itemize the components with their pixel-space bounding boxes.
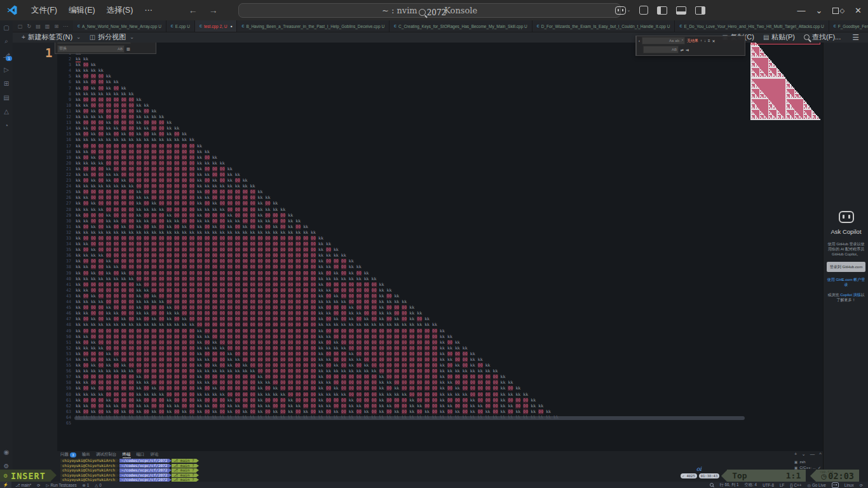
preserve-case-icon[interactable]: AB	[672, 48, 677, 51]
minimap[interactable]	[750, 37, 820, 120]
panel-tab-端口[interactable]: 端口	[137, 452, 145, 458]
preserve-case-icon[interactable]: AB	[118, 47, 123, 51]
tab-A_New_World_Now_Me_New_Array.cpp[interactable]: CA_New_World_Now_Me_New_Array.cpp U	[73, 20, 166, 32]
status-right-5[interactable]: {}C++	[790, 483, 801, 487]
paste-button[interactable]: ▤ 粘贴(P)	[763, 32, 795, 42]
walkthrough-link[interactable]: Copilot 演练	[840, 293, 860, 297]
ghe-signin-link[interactable]: 使用 GHE.com 帐户登录	[826, 277, 866, 287]
window-close-button[interactable]: ✕	[855, 6, 862, 15]
tab-strip-icon-5[interactable]: ⋯	[63, 24, 68, 29]
explorer-icon[interactable]: ▢	[0, 20, 13, 34]
tab-F_Goodbye_Fervier_Life.cpp[interactable]: CF_Goodbye_Fervier_Life.cpp U	[829, 20, 868, 32]
panel-tab-评论[interactable]: 评论	[151, 452, 159, 458]
account-icon[interactable]: ◉	[0, 445, 13, 459]
tab-label: F_Goodbye_Fervier_Life.cpp U	[838, 24, 868, 29]
toggle-panel-icon[interactable]	[676, 6, 686, 15]
terminal-output[interactable]: chiyoyuki@ChiyoYukiArch~/codes/xcpc/cf/2…	[60, 459, 199, 483]
status-right-1[interactable]: 行 66, 列 1	[719, 482, 738, 488]
tab-strip-icon-0[interactable]: ▢	[18, 24, 23, 29]
line-number: 25	[57, 189, 71, 195]
window-minimize-button[interactable]: —	[797, 6, 805, 15]
toggle-secondary-sidebar-icon[interactable]	[695, 6, 705, 15]
status-left-3[interactable]: ⊗1	[83, 483, 90, 487]
find-close-icon[interactable]: ✕	[712, 39, 715, 43]
panel-tab-问题[interactable]: 问题3	[60, 452, 76, 458]
replace-one-icon[interactable]: ⇄	[681, 48, 684, 52]
tab-C_Creating_Keys_for_StORages_Has_Become_My_Main_Skill.cpp[interactable]: CC_Creating_Keys_for_StORages_Has_Become…	[390, 20, 532, 32]
replace-input[interactable]: AB	[643, 46, 679, 53]
find-next-icon[interactable]: ↓	[704, 39, 706, 43]
tab-strip-icon-4[interactable]: ⊞	[54, 24, 58, 29]
line-number: 41	[57, 282, 71, 288]
panel-tab-调试控制台[interactable]: 调试控制台	[96, 452, 117, 458]
find-input[interactable]: Aa ab .*	[642, 37, 685, 44]
github-signin-button[interactable]: 登录到 GitHub.com	[827, 262, 865, 272]
status-icon: {}	[790, 483, 792, 487]
window-chevron-icon[interactable]: ⌄	[815, 6, 822, 15]
testing-icon[interactable]: △	[0, 104, 13, 118]
status-left-0[interactable]: ⎇main*	[15, 483, 31, 487]
tab-test.cpp[interactable]: Ctest.cpp 2, U●	[195, 20, 238, 32]
find-in-selection-icon[interactable]: ≡	[708, 39, 710, 43]
tab-strip-icon-2[interactable]: ▤	[36, 24, 41, 29]
status-right-2[interactable]: 空格: 4	[745, 482, 757, 488]
tab-E.cpp[interactable]: CE.cpp U	[166, 20, 195, 32]
copilot-titlebar-icon[interactable]: ⌄	[615, 6, 631, 15]
tab-E_Do_You_Love_Your_Hero_and_His_Two_Hit_Multi_Target_Attacks.cpp[interactable]: CE_Do_You_Love_Your_Hero_and_His_Two_Hit…	[675, 20, 829, 32]
panel-control-icon-1[interactable]: ⌄	[801, 451, 805, 457]
status-right-9[interactable]: ⟳	[860, 483, 863, 487]
settings-icon[interactable]: ⚙	[0, 459, 13, 473]
replace-all-icon[interactable]: ⇉	[686, 48, 689, 52]
status-right-3[interactable]: UTF-8	[763, 483, 774, 487]
menu-item-0[interactable]: 文件(F)	[25, 0, 63, 20]
extensions-icon[interactable]: ⊞	[0, 76, 13, 90]
find-collapse-icon[interactable]: ‹	[639, 39, 640, 43]
search-icon[interactable]: ⌕	[0, 34, 13, 48]
nav-back-icon[interactable]: ←	[189, 5, 198, 15]
source-control-icon[interactable]: ⎇1	[0, 48, 13, 62]
background-replace-input[interactable]: 替换 AB	[57, 45, 125, 53]
window-restore-button[interactable]: ◇	[832, 7, 844, 14]
status-left-4[interactable]: △0	[95, 483, 101, 487]
panel-control-icon-0[interactable]: +	[794, 451, 797, 457]
timer-icon[interactable]: ◔	[0, 118, 13, 132]
status-right-4[interactable]: LF	[780, 483, 784, 487]
hamburger-menu-icon[interactable]: ☰	[852, 33, 859, 42]
new-tab-button[interactable]: + 新建标签页(N) ⌄	[22, 32, 81, 42]
match-case-icon[interactable]: Aa	[669, 39, 674, 43]
horizontal-scrollbar[interactable]	[74, 416, 745, 420]
status-right-7[interactable]	[832, 482, 839, 488]
menu-item-2[interactable]: 选择(S)	[101, 0, 139, 20]
panel-tab-输出[interactable]: 输出	[82, 452, 90, 458]
status-right-8[interactable]: Linux	[844, 483, 854, 487]
menu-item-3[interactable]: ⋯	[139, 0, 158, 20]
find-button[interactable]: 查找(F)...	[804, 32, 841, 42]
whole-word-icon[interactable]: ab	[675, 39, 679, 43]
nvim-editor[interactable]: 1kk2kk kk3kk 00 kk4kk kk kk kk5kk 00 00 …	[57, 43, 823, 451]
status-right-0[interactable]	[710, 483, 714, 487]
find-prev-icon[interactable]: ↑	[700, 39, 702, 43]
status-left-2[interactable]: ▷Run Testcases	[46, 483, 77, 487]
panel-tab-终端[interactable]: 终端	[123, 452, 131, 458]
nav-forward-icon[interactable]: →	[209, 5, 218, 15]
command-center[interactable]: ~ : nvim 2072 Konsole	[238, 3, 621, 18]
tab-B_Having_Been_a_Treasurer_in_the_Past_I_Help_Goblins_Deceive.cpp[interactable]: CB_Having_Been_a_Treasurer_in_the_Past_I…	[237, 20, 390, 32]
split-view-button[interactable]: ◫ 拆分视图 ⌄	[90, 32, 134, 42]
toggle-sidebar-icon[interactable]	[657, 6, 667, 15]
status-left-1[interactable]: ⟳	[37, 483, 40, 487]
regex-icon[interactable]: .*	[681, 39, 683, 43]
tab-strip-icon-3[interactable]: ▥	[45, 24, 50, 29]
tab-strip-icon-1[interactable]: ↻	[27, 24, 32, 29]
remote-indicator[interactable]: ⚡	[0, 482, 11, 488]
menu-item-1[interactable]: 编辑(E)	[63, 0, 101, 20]
remote-explorer-icon[interactable]: ▤	[0, 90, 13, 104]
editor-tab-bar: ▢↻▤▥⊞⋯ CA_New_World_Now_Me_New_Array.cpp…	[13, 20, 868, 32]
status-right-6[interactable]: ◎Go Live	[807, 483, 825, 487]
run-debug-icon[interactable]: ▷	[0, 62, 13, 76]
profile-icon[interactable]	[639, 6, 648, 15]
panel-control-icon-3[interactable]: ^	[819, 451, 822, 457]
cpp-file-icon: C	[394, 24, 397, 28]
tab-D_For_Wizards_the_Exam_Is_Easy_but_I_Couldn_t_Handle_It.cpp[interactable]: CD_For_Wizards_the_Exam_Is_Easy_but_I_Co…	[532, 20, 675, 32]
panel-control-icon-2[interactable]: —	[810, 451, 815, 457]
replace-extra-icon[interactable]: ▥	[126, 46, 130, 51]
